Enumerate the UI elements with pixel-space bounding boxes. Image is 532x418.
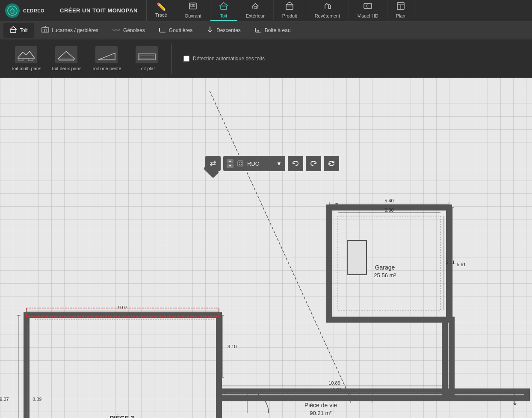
svg-rect-3 [193,4,195,6]
svg-text:5.40: 5.40 [384,198,393,203]
canvas-toolbar: ▲ ▼ RDC ▼ [205,156,339,171]
svg-rect-57 [219,391,527,398]
svg-text:10.89: 10.89 [328,380,340,385]
descentes-icon [206,26,214,35]
svg-text:Pièce de vie: Pièce de vie [304,402,337,409]
svg-rect-7 [364,3,372,9]
nav-plan[interactable]: Plan [387,0,414,21]
nav-arrow[interactable] [506,390,523,409]
nav-exterieur[interactable]: Extérieur [237,0,274,21]
nav-ouvrant[interactable]: Ouvrant [176,0,210,21]
floor-dropdown[interactable]: ▼ [276,160,282,167]
svg-text:8.39: 8.39 [33,397,41,402]
svg-text:10.59: 10.59 [330,387,342,392]
svg-text:90.21 m²: 90.21 m² [310,410,332,416]
swap-button[interactable] [205,156,221,171]
refresh-button[interactable] [324,156,339,171]
svg-rect-14 [19,58,23,61]
floor-arrows: ▲ ▼ [227,159,233,168]
floor-plan-svg: Garage 25.56 m² 5.40 5.00 5.61 5.11 9.07… [0,78,532,418]
genoises-icon: 〰️ [112,26,121,34]
svg-rect-22 [347,240,366,275]
top-navigation: CEDREO CRÉER UN TOIT MONOPAN ✏️ Tracé Ou… [0,0,532,21]
roof-plat-icon [136,46,158,63]
svg-text:3.10: 3.10 [228,344,236,349]
nav-items: ✏️ Tracé Ouvrant Toit [147,0,532,21]
boite-eau-icon [254,26,262,35]
svg-rect-11 [42,28,49,32]
gouttieres-icon [159,26,166,35]
roof-plat[interactable]: Toit plat [127,42,166,76]
produit-icon [285,2,294,12]
svg-text:Garage: Garage [375,264,395,271]
roof-deux-pans-icon [55,46,77,63]
svg-text:5.61: 5.61 [457,262,466,267]
page-title: CRÉER UN TOIT MONOPAN [51,0,147,21]
visuel-hd-icon [363,2,372,12]
floor-selector: ▲ ▼ RDC ▼ [223,156,285,171]
svg-point-0 [8,6,17,15]
svg-rect-37 [27,315,219,418]
svg-rect-1 [189,3,196,9]
roof-type-toolbar: Toit multi-pans Toit deux pans Toit une … [0,39,532,78]
redo-button[interactable] [306,156,321,171]
tab-boite-eau[interactable]: Boite à eau [248,23,297,38]
floor-down[interactable]: ▼ [227,164,233,168]
auto-detect-checkbox[interactable] [183,56,189,62]
roof-multi-pans-icon [15,46,37,63]
svg-rect-5 [254,6,257,9]
exterieur-icon [251,2,260,12]
nav-revetement[interactable]: Revêtement [306,0,349,21]
lucarnes-icon [41,26,49,35]
svg-rect-15 [29,58,33,61]
roof-deux-pans[interactable]: Toit deux pans [47,42,86,76]
nav-toit[interactable]: Toit [210,0,237,21]
svg-text:↖: ↖ [334,201,341,209]
svg-rect-66 [445,320,452,392]
floor-up[interactable]: ▲ [227,159,233,163]
auto-detect-option: Détection automatique des toits [183,56,265,62]
toit-icon [219,2,228,12]
svg-rect-13 [257,30,259,32]
svg-rect-6 [286,4,293,9]
nav-visuel-hd[interactable]: Visuel HD [349,0,387,21]
canvas-area: ▲ ▼ RDC ▼ [0,78,532,418]
toit-tab-icon [9,26,17,35]
svg-text:PIÈCE 3: PIÈCE 3 [109,414,134,418]
revetement-icon [322,2,332,12]
svg-text:25.56 m²: 25.56 m² [374,272,396,279]
roof-multi-pans[interactable]: Toit multi-pans [7,42,45,76]
app-title: CEDREO [23,8,44,13]
svg-rect-10 [11,30,16,33]
tab-lucarnes[interactable]: Lucarnes / gerbières [35,23,104,38]
ouvrant-icon [189,2,197,12]
undo-button[interactable] [288,156,303,171]
nav-trace[interactable]: ✏️ Tracé [147,0,176,21]
second-toolbar: Toit Lucarnes / gerbières 〰️ Génoises Go… [0,21,532,39]
svg-rect-12 [44,29,46,32]
logo-area: CEDREO [0,0,51,21]
svg-rect-2 [191,4,192,6]
svg-point-8 [366,5,369,7]
tab-descentes[interactable]: Descentes [200,23,247,38]
logo-icon [5,3,20,18]
svg-text:5.11: 5.11 [446,260,455,265]
svg-rect-17 [139,55,154,59]
plan-icon [396,2,405,12]
tab-toit[interactable]: Toit [3,23,34,38]
trace-icon: ✏️ [157,3,166,11]
roof-une-pente[interactable]: Toit une pente [87,42,126,76]
roof-une-pente-icon [95,46,118,63]
floor-label: RDC [247,160,273,167]
tab-genoises[interactable]: 〰️ Génoises [106,23,151,38]
svg-text:5.00: 5.00 [384,208,393,213]
nav-produit[interactable]: Produit [274,0,306,21]
tab-gouttieres[interactable]: Gouttières [153,23,198,38]
toolbar-separator [171,44,171,74]
svg-rect-4 [221,6,227,9]
svg-text:9.07: 9.07 [118,305,127,310]
svg-text:9.07: 9.07 [0,397,9,402]
